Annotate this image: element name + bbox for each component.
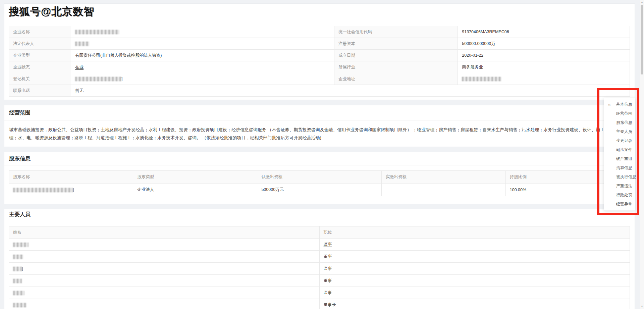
table-row: 董事: [9, 275, 630, 287]
person-position: 监事: [319, 239, 630, 251]
anchor-item-bankruptcy[interactable]: 破产重组: [604, 154, 635, 163]
table-row: 企业状态 在业 所属行业 商务服务业: [9, 61, 630, 73]
anchor-menu-panel: » 基本信息 经营范围 股东信息 主要人员 变更记录 司法案件 破产重组 清算信…: [604, 98, 635, 211]
redacted-value: [13, 188, 73, 192]
collapse-chevrons-icon[interactable]: »: [608, 102, 611, 107]
field-label: 企业状态: [9, 61, 71, 73]
anchor-item-changes[interactable]: 变更记录: [604, 136, 635, 145]
paid-capital: [381, 184, 505, 196]
position-link[interactable]: 监事: [324, 266, 332, 271]
table-row: 董事长: [9, 299, 630, 309]
registry-authority-value: ]: [71, 73, 334, 85]
anchor-item-abnormal[interactable]: 经营异常: [604, 200, 635, 209]
field-label: 联系电话: [9, 85, 71, 97]
company-status-link[interactable]: 在业: [75, 65, 84, 69]
column-header: 姓名: [9, 226, 320, 239]
contact-phone-value: 暂无: [71, 85, 630, 97]
company-type-value: 有限责任公司(非自然人投资或控股的法人独资): [71, 50, 334, 61]
table-row: ] 企业法人 500000万元 100.00%: [9, 184, 630, 196]
scrollbar[interactable]: ▲ ▼: [640, 0, 644, 309]
person-position: 监事: [319, 263, 630, 275]
basic-info-card-head: 搜狐号@北京数智: [4, 4, 635, 20]
column-header: 实缴出资额: [381, 171, 505, 184]
scrollbar-thumb[interactable]: [641, 5, 643, 74]
legal-rep-value: [71, 38, 334, 50]
shareholder-name: ]: [9, 184, 133, 196]
redacted-value: [75, 77, 121, 81]
scrollbar-down-arrow-icon[interactable]: ▼: [641, 305, 643, 308]
company-address-value: [458, 73, 630, 85]
person-name: [9, 251, 320, 263]
anchor-item-penalties[interactable]: 行政处罚: [604, 191, 635, 200]
anchor-item-liquidation[interactable]: 清算信息: [604, 163, 635, 172]
position-link[interactable]: 董事长: [324, 302, 336, 307]
basic-info-card: 搜狐号@北京数智 企业名称 统一社会信用代码 91370406MA3REMEC0…: [4, 3, 635, 100]
anchor-item-shareholders[interactable]: 股东信息: [604, 118, 635, 127]
person-name: [9, 299, 320, 309]
registered-capital-value: 500000.000000万: [458, 38, 630, 50]
redacted-value: [75, 30, 119, 34]
bracket-glyph: ]: [22, 266, 23, 271]
redacted-value: [13, 303, 26, 307]
field-label: 法定代表人: [9, 38, 71, 50]
table-row: 企业名称 统一社会信用代码 91370406MA3REMEC06: [9, 26, 630, 38]
page: 搜狐号@北京数智 企业名称 统一社会信用代码 91370406MA3REMEC0…: [0, 0, 644, 309]
personnel-card: 主要人员 姓名 职位 监事 董事: [4, 209, 635, 309]
table-header-row: 姓名 职位: [9, 226, 630, 239]
redacted-value: [13, 291, 24, 295]
table-row: 监事: [9, 287, 630, 299]
person-position: 董事长: [319, 299, 630, 309]
table-row: 董事: [9, 251, 630, 263]
table-row: 登记机关 ] 企业地址: [9, 73, 630, 85]
anchor-item-violations[interactable]: 严重违法: [604, 182, 635, 191]
anchor-item-personnel[interactable]: 主要人员: [604, 127, 635, 136]
field-label: 成立日期: [334, 50, 458, 61]
anchor-item-enforced[interactable]: 被执行信息: [604, 172, 635, 182]
anchor-item-judicial[interactable]: 司法案件: [604, 145, 635, 154]
section-title-shareholders: 股东信息: [9, 155, 31, 162]
field-label: 登记机关: [9, 73, 71, 85]
column-header: 股东类型: [133, 171, 257, 184]
field-label: 所属行业: [334, 61, 458, 73]
section-title-business-scope: 经营范围: [9, 109, 31, 116]
position-link[interactable]: 董事: [324, 278, 332, 283]
redacted-value: [13, 279, 22, 283]
basic-info-table: 企业名称 统一社会信用代码 91370406MA3REMEC06 法定代表人 注…: [9, 26, 630, 97]
company-status-value: 在业: [71, 61, 334, 73]
industry-value: 商务服务业: [458, 61, 630, 73]
position-link[interactable]: 监事: [324, 290, 332, 295]
anchor-item-scope[interactable]: 经营范围: [604, 109, 635, 118]
company-name-value: [71, 26, 334, 38]
bracket-glyph: ]: [121, 76, 122, 81]
bracket-glyph: ]: [73, 187, 74, 192]
credit-code-value: 91370406MA3REMEC06: [458, 26, 630, 38]
person-position: 董事: [319, 275, 630, 287]
scrollbar-up-arrow-icon[interactable]: ▲: [641, 1, 643, 4]
shareholders-table: 股东名称 股东类型 认缴出资额 实缴出资额 持股比例 ] 企业法人 500000…: [9, 170, 630, 196]
column-header: 股东名称: [9, 171, 133, 184]
subscribed-capital: 500000万元: [257, 184, 381, 196]
business-scope-card: 经营范围 城市基础设施投资，政府公共、公益项目投资；土地及房地产开发经营；水利工…: [4, 105, 635, 147]
person-name: [9, 239, 320, 251]
table-header-row: 股东名称 股东类型 认缴出资额 实缴出资额 持股比例: [9, 171, 630, 184]
redacted-value: [13, 267, 22, 271]
person-name: [9, 287, 320, 299]
table-row: 联系电话 暂无: [9, 85, 630, 97]
redacted-value: [462, 77, 501, 81]
column-header: 职位: [319, 226, 630, 239]
founding-date-value: 2020-01-22: [458, 50, 630, 61]
person-name: [9, 275, 320, 287]
position-link[interactable]: 董事: [324, 254, 332, 259]
redacted-value: [13, 243, 29, 247]
shareholders-card: 股东信息 股东名称 股东类型 认缴出资额 实缴出资额 持股比例 ]: [4, 152, 635, 204]
table-row: ] 监事: [9, 263, 630, 275]
column-header: 认缴出资额: [257, 171, 381, 184]
table-row: 企业类型 有限责任公司(非自然人投资或控股的法人独资) 成立日期 2020-01…: [9, 50, 630, 61]
section-title-personnel: 主要人员: [9, 211, 31, 218]
person-name: ]: [9, 263, 320, 275]
shareholder-type: 企业法人: [133, 184, 257, 196]
person-position: 董事: [319, 251, 630, 263]
position-link[interactable]: 监事: [324, 242, 332, 247]
table-row: 监事: [9, 239, 630, 251]
table-row: 法定代表人 注册资本 500000.000000万: [9, 38, 630, 50]
